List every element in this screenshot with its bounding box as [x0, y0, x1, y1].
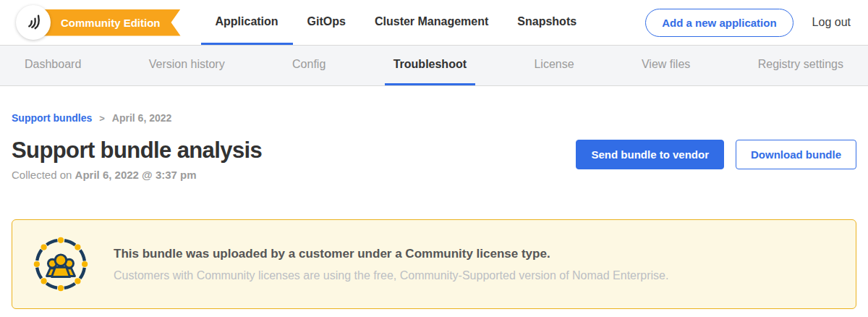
title-block: Support bundle analysis Collected on Apr…: [12, 138, 262, 181]
collected-date: April 6, 2022 @ 3:37 pm: [75, 169, 197, 181]
page-title: Support bundle analysis: [12, 138, 262, 164]
collected-prefix: Collected on: [12, 169, 72, 181]
header-actions: Add a new application Log out: [645, 0, 851, 45]
subnav-item-troubleshoot[interactable]: Troubleshoot: [385, 46, 475, 85]
banner-text: This bundle was uploaded by a customer u…: [114, 247, 668, 282]
breadcrumb-current: April 6, 2022: [112, 112, 172, 124]
main-content: Support bundles > April 6, 2022 Support …: [0, 112, 868, 309]
brand: Community Edition: [16, 0, 181, 45]
subnav-item-registry-settings[interactable]: Registry settings: [749, 46, 852, 85]
replicated-logo-icon: [23, 11, 43, 34]
banner-subtext: Customers with Community licenses are us…: [114, 269, 668, 282]
tab-application[interactable]: Application: [201, 0, 293, 45]
logout-link[interactable]: Log out: [812, 16, 851, 29]
top-header: Community Edition Application GitOps Clu…: [0, 0, 868, 46]
tab-snapshots[interactable]: Snapshots: [503, 0, 591, 45]
subnav-item-license[interactable]: License: [525, 46, 582, 85]
subnav-item-dashboard[interactable]: Dashboard: [16, 46, 90, 85]
banner-heading: This bundle was uploaded by a customer u…: [114, 247, 668, 261]
community-license-banner: This bundle was uploaded by a customer u…: [12, 219, 856, 309]
breadcrumb: Support bundles > April 6, 2022: [12, 112, 856, 124]
collected-timestamp: Collected on April 6, 2022 @ 3:37 pm: [12, 169, 262, 181]
community-people-icon: [33, 236, 89, 292]
community-edition-badge: Community Edition: [32, 9, 181, 36]
subnav-item-config[interactable]: Config: [284, 46, 334, 85]
download-bundle-button[interactable]: Download bundle: [736, 140, 856, 169]
breadcrumb-support-bundles-link[interactable]: Support bundles: [12, 112, 92, 124]
send-bundle-to-vendor-button[interactable]: Send bundle to vendor: [576, 140, 724, 169]
app-subnav: Dashboard Version history Config Trouble…: [0, 46, 868, 86]
breadcrumb-separator: >: [99, 113, 105, 124]
bundle-actions: Send bundle to vendor Download bundle: [576, 140, 856, 169]
tab-gitops[interactable]: GitOps: [293, 0, 360, 45]
subnav-item-version-history[interactable]: Version history: [140, 46, 234, 85]
subnav-item-view-files[interactable]: View files: [633, 46, 699, 85]
title-row: Support bundle analysis Collected on Apr…: [12, 138, 856, 181]
app-logo[interactable]: [16, 5, 51, 40]
primary-nav: Application GitOps Cluster Management Sn…: [201, 0, 592, 45]
add-new-application-button[interactable]: Add a new application: [645, 9, 793, 37]
tab-cluster-management[interactable]: Cluster Management: [360, 0, 503, 45]
